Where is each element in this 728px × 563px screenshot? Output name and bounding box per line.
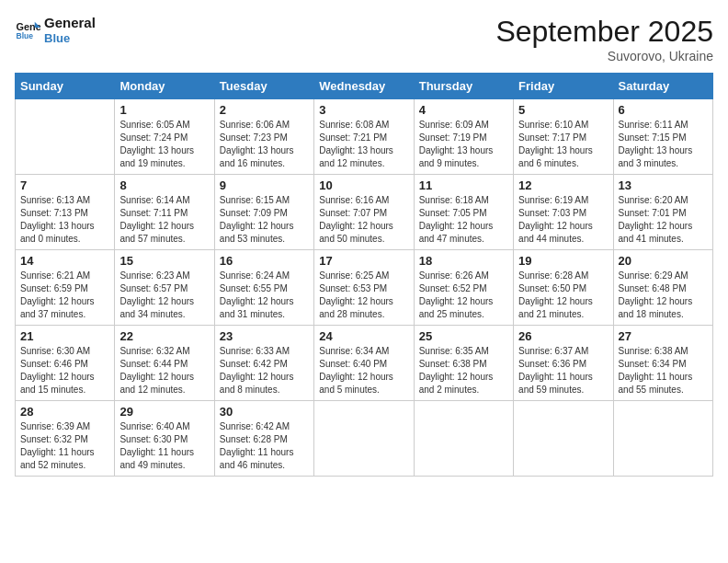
calendar-cell: 5Sunrise: 6:10 AM Sunset: 7:17 PM Daylig… [514,99,613,175]
day-info: Sunrise: 6:10 AM Sunset: 7:17 PM Dayligh… [518,119,608,170]
day-number: 3 [319,103,408,117]
day-info: Sunrise: 6:24 AM Sunset: 6:55 PM Dayligh… [220,270,309,321]
day-header-tuesday: Tuesday [214,74,313,99]
day-header-saturday: Saturday [613,74,712,99]
day-number: 6 [619,103,708,117]
day-number: 29 [119,405,209,419]
calendar-cell: 7Sunrise: 6:13 AM Sunset: 7:13 PM Daylig… [16,175,115,250]
day-info: Sunrise: 6:19 AM Sunset: 7:03 PM Dayligh… [518,194,608,246]
day-number: 18 [419,254,508,268]
day-info: Sunrise: 6:33 AM Sunset: 6:42 PM Dayligh… [220,345,309,396]
calendar-cell: 24Sunrise: 6:34 AM Sunset: 6:40 PM Dayli… [314,326,414,401]
day-info: Sunrise: 6:37 AM Sunset: 6:36 PM Dayligh… [518,345,608,396]
day-number: 16 [220,254,309,268]
calendar-cell: 21Sunrise: 6:30 AM Sunset: 6:46 PM Dayli… [16,326,115,401]
month-title: September 2025 [495,15,713,49]
calendar-cell: 20Sunrise: 6:29 AM Sunset: 6:48 PM Dayli… [613,250,712,326]
day-number: 7 [20,178,109,192]
day-header-wednesday: Wednesday [314,74,414,99]
day-info: Sunrise: 6:35 AM Sunset: 6:38 PM Dayligh… [419,345,508,396]
day-info: Sunrise: 6:32 AM Sunset: 6:44 PM Dayligh… [119,345,209,396]
day-info: Sunrise: 6:40 AM Sunset: 6:30 PM Dayligh… [119,420,209,472]
day-info: Sunrise: 6:13 AM Sunset: 7:13 PM Dayligh… [20,194,109,246]
day-number: 1 [119,103,209,117]
day-info: Sunrise: 6:25 AM Sunset: 6:53 PM Dayligh… [319,270,408,321]
calendar-cell: 25Sunrise: 6:35 AM Sunset: 6:38 PM Dayli… [414,326,513,401]
day-number: 20 [619,254,708,268]
logo-icon: General Blue [15,17,40,43]
calendar-cell [314,401,414,477]
calendar-cell: 26Sunrise: 6:37 AM Sunset: 6:36 PM Dayli… [514,326,613,401]
calendar-cell: 17Sunrise: 6:25 AM Sunset: 6:53 PM Dayli… [314,250,414,326]
calendar-cell: 1Sunrise: 6:05 AM Sunset: 7:24 PM Daylig… [115,99,214,175]
day-info: Sunrise: 6:21 AM Sunset: 6:59 PM Dayligh… [20,270,109,321]
day-number: 4 [419,103,508,117]
day-number: 17 [319,254,408,268]
week-row-1: 1Sunrise: 6:05 AM Sunset: 7:24 PM Daylig… [16,99,713,175]
calendar-cell: 30Sunrise: 6:42 AM Sunset: 6:28 PM Dayli… [214,401,313,477]
calendar-cell: 23Sunrise: 6:33 AM Sunset: 6:42 PM Dayli… [214,326,313,401]
calendar-cell: 2Sunrise: 6:06 AM Sunset: 7:23 PM Daylig… [214,99,313,175]
day-number: 13 [619,178,708,192]
day-header-sunday: Sunday [16,74,115,99]
calendar-cell: 6Sunrise: 6:11 AM Sunset: 7:15 PM Daylig… [613,99,712,175]
day-number: 2 [220,103,309,117]
calendar-cell: 9Sunrise: 6:15 AM Sunset: 7:09 PM Daylig… [214,175,313,250]
location-subtitle: Suvorovo, Ukraine [495,49,713,63]
day-info: Sunrise: 6:30 AM Sunset: 6:46 PM Dayligh… [20,345,109,396]
calendar-cell: 22Sunrise: 6:32 AM Sunset: 6:44 PM Dayli… [115,326,214,401]
calendar-table: SundayMondayTuesdayWednesdayThursdayFrid… [15,73,713,477]
day-info: Sunrise: 6:08 AM Sunset: 7:21 PM Dayligh… [319,119,408,170]
day-header-monday: Monday [115,74,214,99]
page-header: General Blue General Blue September 2025… [15,15,713,63]
day-info: Sunrise: 6:29 AM Sunset: 6:48 PM Dayligh… [619,270,708,321]
calendar-cell: 16Sunrise: 6:24 AM Sunset: 6:55 PM Dayli… [214,250,313,326]
title-block: September 2025 Suvorovo, Ukraine [495,15,713,63]
day-info: Sunrise: 6:20 AM Sunset: 7:01 PM Dayligh… [619,194,708,246]
day-info: Sunrise: 6:16 AM Sunset: 7:07 PM Dayligh… [319,194,408,246]
calendar-cell: 19Sunrise: 6:28 AM Sunset: 6:50 PM Dayli… [514,250,613,326]
calendar-cell: 8Sunrise: 6:14 AM Sunset: 7:11 PM Daylig… [115,175,214,250]
day-number: 25 [419,329,508,343]
day-info: Sunrise: 6:39 AM Sunset: 6:32 PM Dayligh… [20,420,109,472]
calendar-cell: 27Sunrise: 6:38 AM Sunset: 6:34 PM Dayli… [613,326,712,401]
day-number: 24 [319,329,408,343]
day-info: Sunrise: 6:42 AM Sunset: 6:28 PM Dayligh… [220,420,309,472]
day-info: Sunrise: 6:38 AM Sunset: 6:34 PM Dayligh… [619,345,708,396]
calendar-cell: 11Sunrise: 6:18 AM Sunset: 7:05 PM Dayli… [414,175,513,250]
day-header-thursday: Thursday [414,74,513,99]
days-header-row: SundayMondayTuesdayWednesdayThursdayFrid… [16,74,713,99]
day-number: 22 [119,329,209,343]
day-info: Sunrise: 6:05 AM Sunset: 7:24 PM Dayligh… [119,119,209,170]
calendar-cell [16,99,115,175]
day-number: 26 [518,329,608,343]
calendar-cell: 14Sunrise: 6:21 AM Sunset: 6:59 PM Dayli… [16,250,115,326]
day-info: Sunrise: 6:18 AM Sunset: 7:05 PM Dayligh… [419,194,508,246]
svg-text:Blue: Blue [17,31,34,40]
calendar-cell: 15Sunrise: 6:23 AM Sunset: 6:57 PM Dayli… [115,250,214,326]
day-info: Sunrise: 6:15 AM Sunset: 7:09 PM Dayligh… [220,194,309,246]
day-info: Sunrise: 6:23 AM Sunset: 6:57 PM Dayligh… [119,270,209,321]
calendar-cell: 18Sunrise: 6:26 AM Sunset: 6:52 PM Dayli… [414,250,513,326]
calendar-cell: 12Sunrise: 6:19 AM Sunset: 7:03 PM Dayli… [514,175,613,250]
calendar-cell: 29Sunrise: 6:40 AM Sunset: 6:30 PM Dayli… [115,401,214,477]
day-number: 19 [518,254,608,268]
day-number: 10 [319,178,408,192]
calendar-cell: 13Sunrise: 6:20 AM Sunset: 7:01 PM Dayli… [613,175,712,250]
day-number: 27 [619,329,708,343]
week-row-2: 7Sunrise: 6:13 AM Sunset: 7:13 PM Daylig… [16,175,713,250]
logo-blue: Blue [44,31,70,45]
day-info: Sunrise: 6:34 AM Sunset: 6:40 PM Dayligh… [319,345,408,396]
calendar-cell: 28Sunrise: 6:39 AM Sunset: 6:32 PM Dayli… [16,401,115,477]
day-number: 12 [518,178,608,192]
day-info: Sunrise: 6:26 AM Sunset: 6:52 PM Dayligh… [419,270,508,321]
day-number: 30 [220,405,309,419]
day-number: 11 [419,178,508,192]
calendar-cell [514,401,613,477]
day-number: 14 [20,254,109,268]
day-header-friday: Friday [514,74,613,99]
logo: General Blue General Blue [15,15,96,46]
day-info: Sunrise: 6:28 AM Sunset: 6:50 PM Dayligh… [518,270,608,321]
calendar-cell [414,401,513,477]
day-number: 8 [119,178,209,192]
